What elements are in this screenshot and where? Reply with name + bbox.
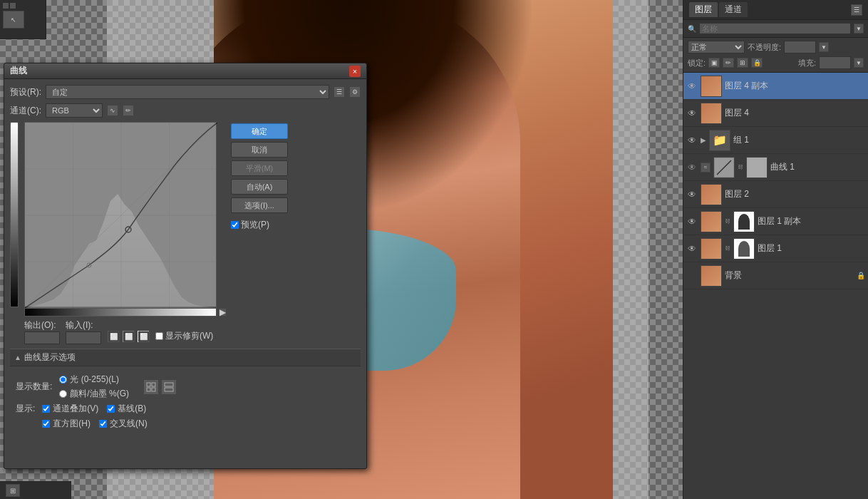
panel-header-icons: ☰ <box>851 4 862 16</box>
light-option-label: 光 (0-255)(L) <box>70 374 119 386</box>
preset-menu-btn[interactable]: ☰ <box>334 86 345 98</box>
show-quantity-label: 显示数量: <box>16 381 52 393</box>
histogram-bg <box>25 123 216 307</box>
layer-item-layer1copy[interactable]: 👁 ⛓ 图层 1 副本 <box>683 208 868 235</box>
dialog-titlebar: 曲线 × <box>4 63 366 79</box>
fill-input[interactable]: 100% <box>819 56 851 69</box>
light-radio[interactable] <box>59 376 67 384</box>
lock-position-icon[interactable]: ✏ <box>723 58 734 68</box>
layer-search-input[interactable] <box>699 23 851 34</box>
layer-name-layer4: 图层 4 <box>725 107 865 119</box>
eye-icon-layer1[interactable]: 👁 <box>686 243 698 254</box>
curves-graph[interactable] <box>24 122 217 307</box>
layer-item-layer1[interactable]: 👁 ⛓ 图层 1 <box>683 235 868 262</box>
svg-rect-10 <box>147 383 150 386</box>
lock-artboard-icon[interactable]: ⊞ <box>737 58 748 68</box>
intersect-item: 交叉线(N) <box>99 418 148 430</box>
top-toolbar: ↖ <box>0 0 46 39</box>
group-expand-arrow[interactable]: ▶ <box>701 136 706 144</box>
display-options-header[interactable]: ▲ 曲线显示选项 <box>10 349 361 366</box>
small-grid-btn[interactable] <box>143 379 159 395</box>
chain-icon-layer1: ⛓ <box>725 245 730 252</box>
layer-name-group1: 组 1 <box>733 134 865 146</box>
tab-layers[interactable]: 图层 <box>689 2 718 17</box>
eye-icon-layer1copy[interactable]: 👁 <box>686 216 698 227</box>
chain-icon-curves1: ⛓ <box>738 164 743 170</box>
eye-icon-group1[interactable]: 👁 <box>686 135 698 146</box>
output-value-input[interactable]: 98 <box>24 331 60 344</box>
preview-checkbox[interactable] <box>231 221 239 229</box>
layer-item-group1[interactable]: 👁 ▶ 📁 组 1 <box>683 127 868 154</box>
zoom-btn[interactable]: ⊞ <box>6 484 20 497</box>
layer-name-layer2: 图层 2 <box>725 188 865 200</box>
filter-icon[interactable]: ▼ <box>854 24 864 34</box>
layer-item-background[interactable]: 👁 背景 🔒 <box>683 262 868 289</box>
show-clipping-section: 显示修剪(W) <box>155 330 213 342</box>
black-point-eyedropper[interactable]: 🔲 <box>107 330 120 343</box>
layer-name-layer4copy: 图层 4 副本 <box>725 80 865 92</box>
blend-mode-select[interactable]: 正常 <box>688 41 745 53</box>
bottom-toolbar: ⊞ <box>0 481 71 499</box>
lock-all-icon[interactable]: 🔒 <box>751 58 763 68</box>
expand-btn[interactable]: ▶ <box>218 308 227 317</box>
curves-graph-container: ▶ 输出(O): 98 输入(I): 142 🔲 🔲 🔲 <box>10 122 361 344</box>
intersect-checkbox[interactable] <box>99 420 107 428</box>
thumb-group1: 📁 <box>709 130 730 151</box>
opacity-dropdown-icon[interactable]: ▼ <box>819 42 829 52</box>
large-grid-btn[interactable] <box>161 379 177 395</box>
layer-item-layer2[interactable]: 👁 图层 2 <box>683 181 868 208</box>
white-point-eyedropper[interactable]: 🔲 <box>137 330 150 343</box>
thumb-mask-layer1copy <box>733 211 755 232</box>
svg-rect-15 <box>165 388 173 391</box>
pigment-radio[interactable] <box>59 390 67 398</box>
preset-label: 预设(R): <box>10 86 41 98</box>
lock-pixels-icon[interactable]: ▣ <box>708 58 720 68</box>
ok-button[interactable]: 确定 <box>231 123 288 139</box>
thumb-mask-layer1 <box>733 238 755 259</box>
layer-item-layer4copy[interactable]: 👁 图层 4 副本 <box>683 73 868 100</box>
layer-name-curves1: 曲线 1 <box>770 161 865 173</box>
channel-select[interactable]: RGB 红 绿 蓝 <box>46 103 103 118</box>
panel-menu-btn[interactable]: ☰ <box>851 4 862 16</box>
input-value-input[interactable]: 142 <box>66 331 101 344</box>
channel-overlay-checkbox[interactable] <box>42 405 50 413</box>
thumb-layer4 <box>701 103 722 124</box>
show-clipping-checkbox[interactable] <box>155 332 163 340</box>
layer-item-curves1[interactable]: 👁 ≈ ⛓ 曲线 1 <box>683 154 868 181</box>
histogram-svg <box>25 123 217 308</box>
move-tool-btn[interactable]: ↖ <box>3 11 24 29</box>
eye-icon-layer4copy[interactable]: 👁 <box>686 81 698 92</box>
eye-icon-layer2[interactable]: 👁 <box>686 189 698 200</box>
auto-button[interactable]: 自动(A) <box>231 179 288 195</box>
display-options-content: 显示数量: 光 (0-255)(L) 颜料/油墨 %(G) <box>10 371 361 433</box>
baseline-checkbox[interactable] <box>107 405 115 413</box>
preset-options-btn[interactable]: ⚙ <box>349 86 361 98</box>
layer-name-layer1copy: 图层 1 副本 <box>758 215 865 227</box>
toolbar-handle2 <box>10 3 16 9</box>
fill-dropdown-icon[interactable]: ▼ <box>854 58 864 68</box>
eye-icon-layer4[interactable]: 👁 <box>686 108 698 119</box>
panel-controls: 正常 不透明度: 100% ▼ 锁定: ▣ ✏ ⊞ 🔒 填充: 100% ▼ <box>683 38 868 73</box>
toolbar-top-row <box>3 3 16 9</box>
eye-icon-curves1[interactable]: 👁 <box>686 162 698 173</box>
fill-label: 填充: <box>798 58 816 68</box>
tab-channels[interactable]: 通道 <box>719 2 748 17</box>
close-button[interactable]: × <box>349 66 361 77</box>
lock-icon-background: 🔒 <box>857 272 865 279</box>
gray-point-eyedropper[interactable]: 🔲 <box>122 330 135 343</box>
show-quantity-row: 显示数量: 光 (0-255)(L) 颜料/油墨 %(G) <box>16 374 355 400</box>
preset-select[interactable]: 自定 <box>46 85 329 99</box>
smooth-button[interactable]: 平滑(M) <box>231 160 288 176</box>
layer-item-layer4[interactable]: 👁 图层 4 <box>683 100 868 127</box>
curve-mode-btn[interactable]: ∿ <box>107 105 118 116</box>
curves-buttons: 确定 取消 平滑(M) 自动(A) 选项(I)... 预览(P) <box>231 122 288 344</box>
options-button[interactable]: 选项(I)... <box>231 197 288 213</box>
cancel-button[interactable]: 取消 <box>231 142 288 158</box>
input-label: 输入(I): <box>66 319 101 331</box>
grid-size-buttons <box>143 379 177 395</box>
opacity-input[interactable]: 100% <box>784 41 816 53</box>
histogram-checkbox[interactable] <box>42 420 50 428</box>
input-gradient-bar <box>24 308 217 317</box>
pencil-mode-btn[interactable]: ✏ <box>123 105 134 116</box>
svg-rect-11 <box>152 383 155 386</box>
